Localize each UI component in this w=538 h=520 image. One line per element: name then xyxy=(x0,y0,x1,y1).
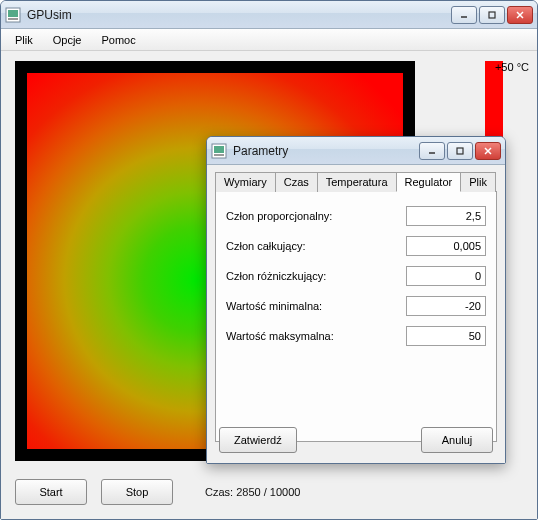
tab-dimensions[interactable]: Wymiary xyxy=(215,172,276,192)
tab-temperature[interactable]: Temperatura xyxy=(317,172,397,192)
main-menubar: Plik Opcje Pomoc xyxy=(1,29,537,51)
main-title: GPUsim xyxy=(27,8,451,22)
tab-panel-regulator: Człon proporcjonalny: Człon całkujący: C… xyxy=(215,192,497,442)
row-min: Wartość minimalna: xyxy=(226,296,486,316)
label-kp: Człon proporcjonalny: xyxy=(226,210,406,222)
tabs: Wymiary Czas Temperatura Regulator Plik xyxy=(215,171,497,192)
input-kd[interactable] xyxy=(406,266,486,286)
row-kd: Człon różniczkujący: xyxy=(226,266,486,286)
svg-rect-2 xyxy=(8,18,18,20)
start-button[interactable]: Start xyxy=(15,479,87,505)
svg-rect-9 xyxy=(214,154,224,156)
close-button[interactable] xyxy=(507,6,533,24)
cancel-button[interactable]: Anuluj xyxy=(421,427,493,453)
label-min: Wartość minimalna: xyxy=(226,300,406,312)
param-title: Parametry xyxy=(233,144,419,158)
minimize-button[interactable] xyxy=(451,6,477,24)
param-close-button[interactable] xyxy=(475,142,501,160)
input-max[interactable] xyxy=(406,326,486,346)
tab-regulator[interactable]: Regulator xyxy=(396,172,462,192)
temperature-max-label: +50 °C xyxy=(495,61,529,73)
dialog-buttons: Zatwierdź Anuluj xyxy=(219,427,493,453)
input-ki[interactable] xyxy=(406,236,486,256)
main-titlebar[interactable]: GPUsim xyxy=(1,1,537,29)
row-kp: Człon proporcjonalny: xyxy=(226,206,486,226)
app-icon xyxy=(5,7,21,23)
tab-file[interactable]: Plik xyxy=(460,172,496,192)
dialog-icon xyxy=(211,143,227,159)
param-maximize-button[interactable] xyxy=(447,142,473,160)
maximize-button[interactable] xyxy=(479,6,505,24)
menu-options[interactable]: Opcje xyxy=(45,32,90,48)
param-window-controls xyxy=(419,142,501,160)
svg-rect-4 xyxy=(489,12,495,18)
label-ki: Człon całkujący: xyxy=(226,240,406,252)
param-window: Parametry Wymiary Czas Temperatura Regul… xyxy=(206,136,506,464)
label-max: Wartość maksymalna: xyxy=(226,330,406,342)
param-client: Wymiary Czas Temperatura Regulator Plik … xyxy=(207,165,505,463)
tab-time[interactable]: Czas xyxy=(275,172,318,192)
status-text: Czas: 2850 / 10000 xyxy=(205,486,300,498)
row-max: Wartość maksymalna: xyxy=(226,326,486,346)
main-window-controls xyxy=(451,6,533,24)
bottom-row: Start Stop Czas: 2850 / 10000 xyxy=(15,479,300,505)
svg-rect-8 xyxy=(214,146,224,153)
menu-file[interactable]: Plik xyxy=(7,32,41,48)
input-kp[interactable] xyxy=(406,206,486,226)
ok-button[interactable]: Zatwierdź xyxy=(219,427,297,453)
input-min[interactable] xyxy=(406,296,486,316)
label-kd: Człon różniczkujący: xyxy=(226,270,406,282)
param-titlebar[interactable]: Parametry xyxy=(207,137,505,165)
svg-rect-1 xyxy=(8,10,18,17)
row-ki: Człon całkujący: xyxy=(226,236,486,256)
svg-rect-11 xyxy=(457,148,463,154)
menu-help[interactable]: Pomoc xyxy=(93,32,143,48)
stop-button[interactable]: Stop xyxy=(101,479,173,505)
param-minimize-button[interactable] xyxy=(419,142,445,160)
